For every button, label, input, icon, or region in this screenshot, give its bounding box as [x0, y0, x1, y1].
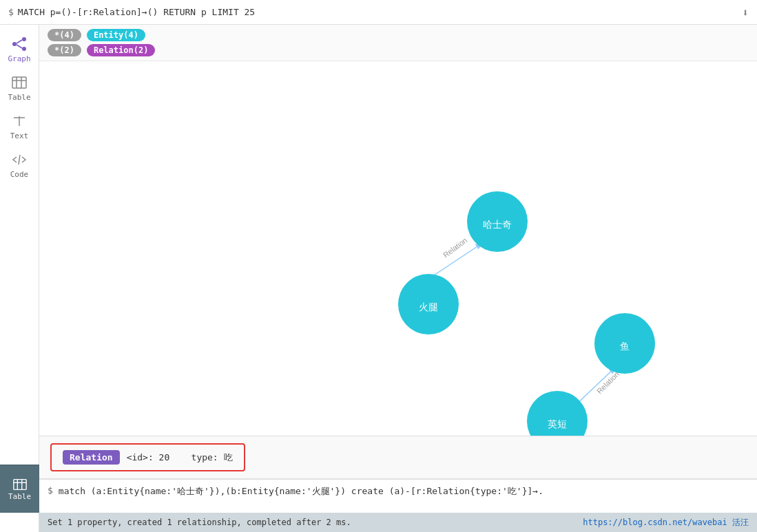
- svg-rect-22: [13, 480, 25, 490]
- legend-bar: *(4) Entity(4) *(2) Relation(2): [39, 25, 757, 61]
- legend-all-relations-badge[interactable]: *(2): [48, 44, 81, 56]
- legend-row-2: *(2) Relation(2): [48, 44, 749, 56]
- svg-text:火腿: 火腿: [419, 301, 438, 312]
- sidebar-item-table[interactable]: Table: [0, 69, 39, 107]
- graph-svg: Relation Relation 哈士奇 火腿 鱼 英短: [39, 61, 757, 478]
- status-bar: Set 1 property, created 1 relationship, …: [39, 513, 757, 532]
- svg-line-3: [17, 40, 22, 43]
- text-icon: [11, 113, 28, 129]
- info-panel: Relation <id>: 20 type: 吃: [39, 436, 757, 478]
- info-panel-box: Relation <id>: 20 type: 吃: [50, 443, 245, 471]
- id-value: 20: [159, 452, 170, 462]
- bottom-section: $ match (a:Entity{name:'哈士奇'}),(b:Entity…: [39, 478, 757, 532]
- legend-all-nodes-badge[interactable]: *(4): [48, 29, 81, 41]
- sidebar-item-code[interactable]: Code: [0, 146, 39, 184]
- table-tab[interactable]: Table: [0, 465, 39, 513]
- sidebar-item-graph[interactable]: Graph: [0, 30, 39, 69]
- dollar-sign: $: [8, 7, 14, 17]
- table-tab-label: Table: [8, 492, 31, 501]
- graph-icon: [11, 36, 28, 52]
- id-label: <id>:: [127, 452, 154, 462]
- legend-row-1: *(4) Entity(4): [48, 29, 749, 41]
- table-tab-icon: [12, 477, 28, 492]
- status-link-anchor[interactable]: https://blog.csdn.net/wavebai 活汪: [583, 518, 749, 527]
- type-label: type:: [191, 452, 218, 462]
- svg-point-1: [22, 37, 26, 41]
- info-id-text: <id>: 20 type: 吃: [127, 451, 233, 464]
- type-value: 吃: [224, 452, 233, 462]
- svg-point-0: [12, 42, 17, 46]
- legend-relation-badge[interactable]: Relation(2): [87, 44, 155, 56]
- svg-text:鱼: 鱼: [620, 341, 630, 352]
- bottom-bar: $ match (a:Entity{name:'哈士奇'}),(b:Entity…: [39, 478, 757, 513]
- svg-text:哈士奇: 哈士奇: [483, 219, 512, 230]
- main-container: Graph Table Text: [0, 25, 757, 532]
- svg-point-2: [22, 47, 26, 51]
- text-label: Text: [10, 131, 29, 140]
- bottom-dollar: $: [48, 485, 53, 496]
- table-icon: [11, 74, 28, 91]
- relation-badge: Relation: [63, 450, 120, 465]
- svg-line-11: [19, 155, 20, 164]
- code-icon: [11, 151, 28, 168]
- right-panel: *(4) Entity(4) *(2) Relation(2): [39, 25, 757, 532]
- status-message: Set 1 property, created 1 relationship, …: [48, 518, 351, 527]
- status-link[interactable]: https://blog.csdn.net/wavebai 活汪: [583, 517, 749, 529]
- download-icon[interactable]: ⬇: [742, 6, 749, 19]
- legend-entity-badge[interactable]: Entity(4): [87, 29, 145, 41]
- code-label: Code: [10, 170, 29, 179]
- bottom-command: match (a:Entity{name:'哈士奇'}),(b:Entity{n…: [59, 485, 749, 498]
- query-text: MATCH p=()-[r:Relation]→() RETURN p LIMI…: [18, 7, 255, 17]
- svg-text:英短: 英短: [548, 418, 567, 429]
- graph-label: Graph: [8, 54, 30, 63]
- table-label: Table: [8, 93, 30, 102]
- graph-area[interactable]: Relation Relation 哈士奇 火腿 鱼 英短: [39, 61, 757, 478]
- sidebar: Graph Table Text: [0, 25, 39, 532]
- svg-text:Relation: Relation: [442, 236, 468, 259]
- sidebar-item-text[interactable]: Text: [0, 107, 39, 146]
- top-bar: $ MATCH p=()-[r:Relation]→() RETURN p LI…: [0, 0, 757, 25]
- svg-line-4: [17, 45, 22, 48]
- svg-rect-5: [12, 77, 26, 88]
